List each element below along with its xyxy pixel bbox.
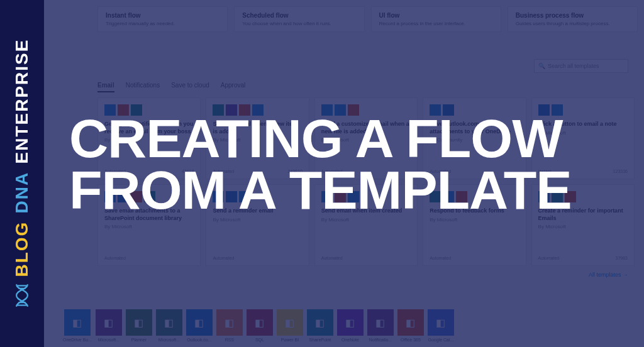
connector-icon [213,104,224,116]
template-footer: Automated [430,256,519,260]
search-placeholder: Search all templates [548,63,599,69]
app-label: SQL [255,338,264,342]
connector-icon [213,191,224,202]
flow-type-title: Scheduled flow [242,12,356,19]
app-icon-item[interactable]: ◧Microsoft... [96,309,122,342]
template-card[interactable]: Save Outlook.com email attachments to yo… [423,97,526,179]
all-templates-link[interactable]: All templates → [589,272,628,278]
app-label: Outlook.co... [187,338,211,342]
app-label: OneNote [341,338,359,342]
template-card[interactable]: Send a customized email when a new file … [314,97,418,179]
connector-icon [131,104,142,116]
connector-icon [552,104,563,116]
connector-icon [118,104,129,116]
template-footer: Automated [213,256,302,260]
connector-icon [456,191,467,202]
template-card[interactable]: Send a reminder emailBy MicrosoftAutomat… [206,184,309,266]
brand-blog: BLOG [12,221,32,277]
template-author: By Community [430,137,519,143]
connector-icon [538,104,550,116]
app-icon-item[interactable]: ◧Outlook.co... [186,309,213,342]
connector-icon [144,191,155,202]
app-icon-item[interactable]: ◧SQL [247,309,273,342]
connector-icon [348,104,359,116]
connector-icon [565,191,576,202]
template-author: By Microsoft [321,137,411,143]
app-icon-item[interactable]: ◧Microsoft... [156,309,182,342]
template-card[interactable]: Send email when item createdBy Microsoft… [314,184,418,266]
template-card[interactable]: Get a push notification when you receive… [97,97,201,179]
template-title: Save Outlook.com email attachments to yo… [430,121,519,135]
app-icon-item[interactable]: ◧Power BI [277,309,303,342]
connector-icon [430,191,441,202]
template-title: Save email attachments to a SharePoint d… [104,207,194,222]
connector-icon [131,191,142,202]
tab-save-to-cloud[interactable]: Save to cloud [171,82,209,92]
template-card[interactable]: Save email attachments to a SharePoint d… [97,184,201,266]
template-title: Send a customized email when a new file … [321,121,411,135]
flow-type-desc: Guides users through a multistep process… [516,21,630,26]
app-icon: ◧ [216,309,243,336]
flow-type-card[interactable]: Instant flow Triggered manually as neede… [97,6,228,32]
template-footer: Automated [321,256,411,260]
app-icon: ◧ [367,309,394,336]
tab-email[interactable]: Email [97,82,114,92]
template-footer: Automated [104,256,194,260]
app-icon-item[interactable]: ◧OneDrive Bu... [63,309,92,342]
flow-type-desc: Record a process in the user interface. [379,21,493,26]
templates-grid: Get a push notification when you receive… [97,97,635,266]
tab-approval[interactable]: Approval [221,82,245,92]
app-icon: ◧ [96,309,122,336]
app-icon: ◧ [126,309,152,336]
connector-icon [252,104,264,116]
connector-icon [226,191,237,202]
search-input[interactable]: 🔍 Search all templates [534,59,628,73]
app-icon: ◧ [156,309,182,336]
connector-icon [335,191,346,202]
app-label: Notificatio... [369,338,392,342]
search-icon: 🔍 [538,63,545,69]
template-card[interactable]: Respond to feedback formsBy MicrosoftAut… [423,184,526,266]
app-icon: ◧ [428,309,454,336]
template-card[interactable]: Start approval when a new item is addedB… [206,97,309,179]
app-label: Planner [131,338,147,342]
app-icon-item[interactable]: ◧Planner [126,309,152,342]
template-footer: Automated [430,169,519,174]
connector-icon [321,104,333,116]
app-icon-item[interactable]: ◧Notificatio... [367,309,394,342]
template-title: Get a push notification when you receive… [104,121,194,135]
app-icon-item[interactable]: ◧Google Cal... [428,309,454,342]
app-icon: ◧ [397,309,424,336]
flow-type-row: Instant flow Triggered manually as neede… [97,0,638,38]
template-title: Send a reminder email [213,207,302,215]
connector-icon [552,191,563,202]
app-icon-item[interactable]: ◧RSS [216,309,243,342]
flow-type-title: Business process flow [516,12,630,19]
connector-icon [104,104,116,116]
connector-icon [443,191,454,202]
connector-icon [239,191,250,202]
sidebar: BLOG DNA ENTERPRISE [0,0,44,347]
flow-type-card[interactable]: Scheduled flow You choose when and how o… [234,6,364,32]
flow-type-title: UI flow [379,12,493,19]
connector-icon [443,104,454,116]
flow-type-card[interactable]: Business process flow Guides users throu… [508,6,638,32]
dna-icon [13,283,31,308]
flow-type-card[interactable]: UI flow Record a process in the user int… [371,6,501,32]
connector-icon [321,191,333,202]
template-tabs: Email Notifications Save to cloud Approv… [97,82,245,92]
connector-icon [104,191,116,202]
template-footer: Automated249810 [213,169,302,174]
tab-notifications[interactable]: Notifications [126,82,160,92]
app-label: Microsoft... [98,338,119,342]
template-author: By Microsoft [538,130,628,136]
app-icon-item[interactable]: ◧OneNote [337,309,364,342]
app-label: SharePoint [309,338,331,342]
app-icon-item[interactable]: ◧SharePoint [307,309,333,342]
connector-icon [430,104,441,116]
template-card[interactable]: Create a reminder for important EmailsBy… [531,184,635,266]
template-card[interactable]: Click a button to email a noteBy Microso… [531,97,635,179]
app-icon-item[interactable]: ◧Office 365 [397,309,424,342]
template-author: By Microsoft [213,137,302,143]
app-label: Google Cal... [428,338,453,342]
